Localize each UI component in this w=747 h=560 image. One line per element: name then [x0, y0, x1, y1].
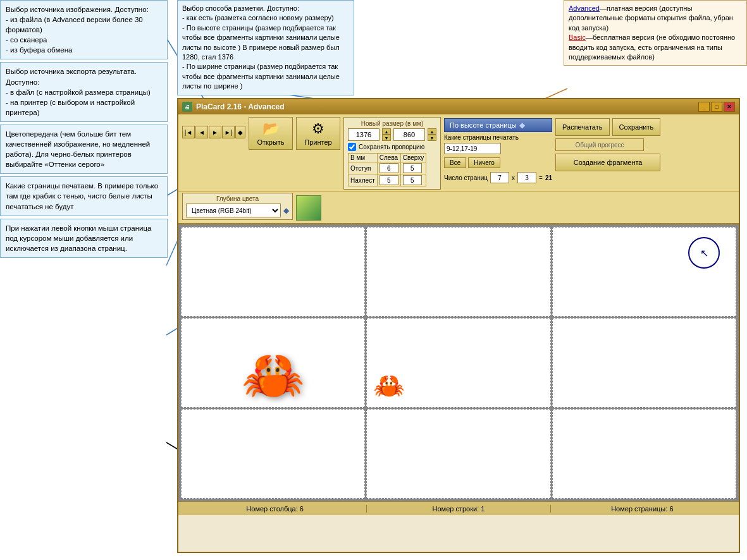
layout-dropdown[interactable]: По высоте страницы ◆ [444, 118, 552, 132]
margins-table: В мм Слева Сверху Отступ Нахлест [348, 153, 426, 186]
margins-offset-top[interactable] [403, 163, 422, 173]
color-section-title: Глубина цвета [186, 195, 289, 202]
table-row[interactable]: 🦀 [366, 318, 550, 408]
row-label: Номер строки: [433, 505, 479, 513]
pages-count-x-input[interactable] [490, 172, 509, 183]
print-button[interactable]: Распечатать [555, 118, 609, 136]
table-row[interactable] [181, 409, 365, 499]
nav-first-button[interactable]: |◄ [182, 126, 195, 138]
app-titlebar: 🖨 PlaCard 2.16 - Advanced _ □ ✕ [178, 99, 739, 114]
page-status: Номер страницы: 6 [551, 505, 734, 513]
basic-link: Basic [569, 33, 586, 41]
maximize-button[interactable]: □ [711, 102, 722, 112]
pages-info-box: Какие страницы печатаем. В примере тольк… [0, 176, 168, 216]
app-title: PlaCard 2.16 - Advanced [196, 102, 698, 111]
size-section: Новый размер (в мм) ▲ ▼ ▲ ▼ Сохранять пр… [343, 117, 441, 190]
pages-count: Число страниц x = 21 [444, 172, 552, 183]
color-info-box: Цветопередача (чем больше бит тем качест… [0, 125, 168, 174]
spinner-h-down[interactable]: ▼ [428, 135, 436, 141]
open-button[interactable]: 📂 Открыть [249, 117, 293, 150]
printer-button[interactable]: ⚙ Принтер [296, 117, 340, 150]
left-panel: Выбор источника изображения. Доступно: -… [0, 0, 168, 560]
progress-bar: Общий прогресс [555, 138, 644, 151]
crab-area: 🦀 [182, 319, 364, 407]
crab-image: 🦀 [242, 350, 305, 401]
nav-next-button[interactable]: ► [209, 126, 221, 138]
proportion-check: Сохранять пропорцию [348, 143, 436, 151]
action-buttons: Распечатать Сохранить Общий прогресс Соз… [555, 118, 660, 171]
color-dropdown[interactable]: Цветная (RGB 24bit) [186, 204, 281, 217]
dropdown-icon: ◆ [519, 121, 525, 130]
table-row[interactable] [181, 227, 365, 317]
pages-count-y-input[interactable] [517, 172, 536, 183]
pages-range-input[interactable] [444, 143, 501, 154]
cursor-arrow-icon: ↖ [700, 247, 708, 259]
minimize-button[interactable]: _ [698, 102, 710, 112]
open-icon: 📂 [262, 121, 280, 137]
size-inputs: ▲ ▼ ▲ ▼ [348, 128, 436, 141]
table-row[interactable] [366, 409, 550, 499]
click-info-box: При нажатии левой кнопки мыши страница п… [0, 219, 168, 258]
margins-header-col1: В мм [349, 154, 378, 162]
layout-dropdown-label: По высоте страницы [450, 121, 517, 129]
margins-row1-label: Отступ [349, 162, 378, 174]
margins-header-col3: Сверху [400, 154, 426, 162]
margins-overlap-top[interactable] [403, 175, 422, 185]
spinner-down[interactable]: ▼ [382, 135, 391, 141]
column-value: 6 [300, 505, 304, 513]
pages-print-label: Какие страницы печатать [444, 134, 552, 141]
pages-grid: 🦀 🦀 [181, 227, 736, 499]
save-button[interactable]: Сохранить [612, 118, 661, 136]
row-status: Номер строки: 1 [367, 505, 550, 513]
table-row[interactable]: 🦀 [181, 318, 365, 408]
fragment-button[interactable]: Создание фрагмента [555, 154, 660, 171]
all-pages-button[interactable]: Все [444, 157, 466, 168]
top-annotation-left-text: Выбор способа разметки. Доступно: - как … [182, 4, 340, 90]
row-value: 1 [481, 505, 485, 513]
size-height-input[interactable] [393, 128, 425, 141]
column-status: Номер столбца: 6 [183, 505, 367, 513]
canvas-area[interactable]: 🦀 🦀 ↖ Номер столбца: 6 [178, 224, 739, 515]
printer-label: Принтер [304, 138, 331, 146]
nav-last-button[interactable]: ►| [222, 126, 235, 138]
size-width-spinner: ▲ ▼ [382, 128, 391, 141]
nav-info-button[interactable]: ◆ [235, 126, 245, 138]
nav-prev-button[interactable]: ◄ [195, 126, 208, 138]
size-section-title: Новый размер (в мм) [348, 120, 436, 127]
progress-label: Общий прогресс [576, 142, 624, 149]
crab-partial: 🦀 [373, 371, 405, 401]
source-info-box: Выбор источника изображения. Доступно: -… [0, 0, 168, 59]
app-icon: 🖨 [182, 102, 192, 112]
table-row[interactable] [552, 409, 736, 499]
pages-area[interactable]: 🦀 🦀 [178, 224, 739, 501]
app-window: 🖨 PlaCard 2.16 - Advanced _ □ ✕ |◄ ◄ ► ►… [177, 98, 740, 553]
no-pages-button[interactable]: Ничего [468, 157, 500, 168]
pages-count-label: Число страниц [444, 174, 488, 181]
printer-icon: ⚙ [312, 121, 324, 137]
export-info-box: Выбор источника экспорта результата. Дос… [0, 62, 168, 121]
margins-row2-label: Нахлест [349, 174, 378, 186]
color-dropdown-icon: ◆ [283, 206, 289, 215]
basic-desc: —бесплатная версия (не обходимо постоянн… [569, 33, 735, 61]
page-label: Номер страницы: [611, 505, 667, 513]
spinner-up[interactable]: ▲ [382, 128, 391, 135]
table-row[interactable] [366, 227, 550, 317]
size-width-input[interactable] [348, 128, 380, 141]
spinner-h-up[interactable]: ▲ [428, 128, 436, 135]
table-row[interactable] [552, 318, 736, 408]
margins-overlap-left[interactable] [380, 175, 398, 185]
page-value: 6 [669, 505, 673, 513]
open-label: Открыть [257, 138, 284, 146]
column-label: Номер столбца: [246, 505, 297, 513]
margins-header-col2: Слева [377, 154, 400, 162]
titlebar-controls: _ □ ✕ [698, 102, 735, 112]
source-info-text: Выбор источника изображения. Доступно: -… [6, 6, 149, 54]
pages-count-eq: = [539, 174, 543, 181]
close-button[interactable]: ✕ [724, 102, 735, 112]
toolbar-row1: |◄ ◄ ► ►| ◆ 📂 Открыть ⚙ Принтер Новый ра… [178, 114, 739, 192]
top-annotation-right: Advanced—платная версия (доступны дополн… [564, 0, 747, 66]
proportion-label: Сохранять пропорцию [359, 143, 424, 150]
proportion-checkbox[interactable] [348, 143, 356, 151]
pages-count-total: 21 [545, 174, 552, 181]
margins-offset-left[interactable] [380, 163, 398, 173]
